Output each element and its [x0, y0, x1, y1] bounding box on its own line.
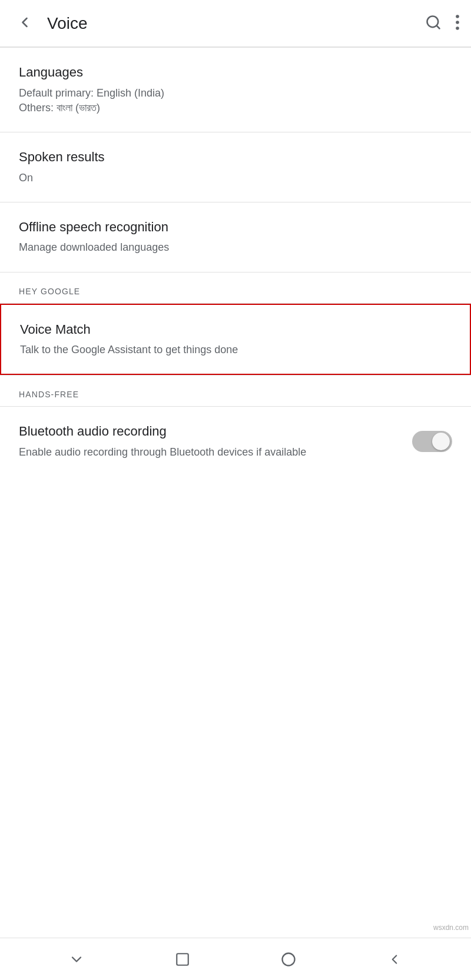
page-title: Voice	[47, 14, 425, 33]
search-icon[interactable]	[425, 14, 442, 33]
spoken-results-title: Spoken results	[19, 149, 452, 166]
offline-speech-subtitle: Manage downloaded languages	[19, 240, 452, 255]
hands-free-section-header: HANDS-FREE	[0, 376, 471, 406]
nav-back-triangle[interactable]	[377, 942, 412, 977]
header-icons	[425, 14, 459, 33]
svg-rect-5	[177, 954, 188, 965]
hey-google-section-header: HEY GOOGLE	[0, 273, 471, 303]
bluetooth-audio-title: Bluetooth audio recording	[19, 423, 400, 440]
svg-point-6	[283, 953, 295, 965]
languages-subtitle-2: Others: বাংলা (ভারত)	[19, 101, 452, 115]
more-options-icon[interactable]	[456, 14, 459, 33]
app-header: Voice	[0, 0, 471, 47]
nav-square[interactable]	[165, 942, 200, 977]
svg-point-3	[456, 21, 459, 24]
voice-match-item[interactable]: Voice Match Talk to the Google Assistant…	[0, 304, 471, 376]
nav-circle[interactable]	[271, 942, 306, 977]
voice-match-title: Voice Match	[20, 321, 451, 338]
toggle-track	[412, 431, 452, 452]
languages-title: Languages	[19, 64, 452, 81]
bluetooth-audio-subtitle: Enable audio recording through Bluetooth…	[19, 445, 400, 460]
offline-speech-item[interactable]: Offline speech recognition Manage downlo…	[0, 202, 471, 272]
svg-line-1	[436, 25, 439, 28]
nav-chevron-down[interactable]	[59, 942, 94, 977]
watermark: wsxdn.com	[431, 922, 471, 933]
svg-point-4	[456, 26, 459, 30]
svg-point-2	[456, 15, 459, 18]
bluetooth-audio-toggle[interactable]	[412, 431, 452, 452]
bluetooth-audio-item[interactable]: Bluetooth audio recording Enable audio r…	[0, 407, 471, 476]
bluetooth-audio-row: Bluetooth audio recording Enable audio r…	[19, 423, 452, 460]
offline-speech-title: Offline speech recognition	[19, 219, 452, 236]
back-button[interactable]	[12, 9, 38, 38]
toggle-thumb	[432, 433, 450, 450]
languages-item[interactable]: Languages Default primary: English (Indi…	[0, 48, 471, 132]
languages-subtitle-1: Default primary: English (India)	[19, 86, 452, 101]
spoken-results-item[interactable]: Spoken results On	[0, 132, 471, 202]
bottom-navigation	[0, 938, 471, 980]
spoken-results-subtitle: On	[19, 171, 452, 185]
voice-match-subtitle: Talk to the Google Assistant to get thin…	[20, 343, 451, 357]
